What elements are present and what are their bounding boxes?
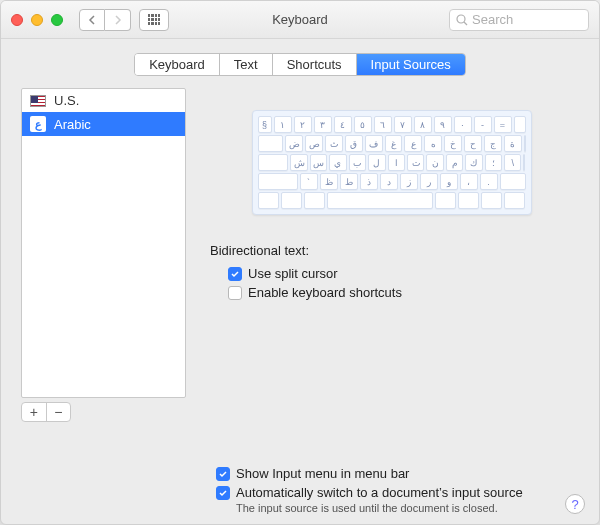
tab-input-sources[interactable]: Input Sources xyxy=(357,54,465,75)
key: ، xyxy=(460,173,478,190)
footer-hint: The input source is used until the docum… xyxy=(236,502,579,514)
key: د xyxy=(380,173,398,190)
key: ب xyxy=(349,154,366,171)
checkbox-label: Show Input menu in menu bar xyxy=(236,466,409,481)
search-placeholder: Search xyxy=(472,12,513,27)
left-column: U.S. ع Arabic + − xyxy=(21,88,186,458)
checkbox-label: Automatically switch to a document’s inp… xyxy=(236,485,523,500)
key xyxy=(514,116,526,133)
key: ه xyxy=(424,135,442,152)
key: ٨ xyxy=(414,116,432,133)
tab-shortcuts[interactable]: Shortcuts xyxy=(273,54,357,75)
source-label: Arabic xyxy=(54,117,91,132)
key: و xyxy=(440,173,458,190)
checkbox-checked[interactable] xyxy=(216,467,230,481)
grid-icon xyxy=(148,14,160,26)
add-remove-control: + − xyxy=(21,402,71,422)
key xyxy=(435,192,456,209)
key: ٢ xyxy=(294,116,312,133)
key: ف xyxy=(365,135,383,152)
key xyxy=(281,192,302,209)
remove-source-button[interactable]: − xyxy=(47,403,71,421)
input-source-list[interactable]: U.S. ع Arabic xyxy=(21,88,186,398)
flag-arabic-icon: ع xyxy=(30,116,46,132)
window-title: Keyboard xyxy=(272,12,328,27)
key xyxy=(327,192,433,209)
key: ظ xyxy=(320,173,338,190)
right-pane: §١٢٣٤٥٦٧٨٩٠-=ضصثقفغعهخحجةشسيبلاتنمك؛\`ظط… xyxy=(204,88,579,458)
minimize-window-button[interactable] xyxy=(31,14,43,26)
key xyxy=(458,192,479,209)
key: ص xyxy=(305,135,323,152)
key: ق xyxy=(345,135,363,152)
main-panel: U.S. ع Arabic + − §١٢٣٤٥٦٧٨٩٠-=ضصثقفغعهخ… xyxy=(21,88,579,458)
auto-switch-row[interactable]: Automatically switch to a document’s inp… xyxy=(216,483,579,502)
window-controls xyxy=(11,14,63,26)
key: ع xyxy=(404,135,422,152)
key: ل xyxy=(368,154,385,171)
content-area: U.S. ع Arabic + − §١٢٣٤٥٦٧٨٩٠-=ضصثقفغعهخ… xyxy=(1,88,599,524)
key xyxy=(304,192,325,209)
zoom-window-button[interactable] xyxy=(51,14,63,26)
search-icon xyxy=(456,14,468,26)
key: ن xyxy=(426,154,443,171)
key: ج xyxy=(484,135,502,152)
list-item[interactable]: U.S. xyxy=(22,89,185,112)
key: ت xyxy=(407,154,424,171)
add-source-button[interactable]: + xyxy=(22,403,47,421)
help-button[interactable]: ? xyxy=(565,494,585,514)
checkbox-checked[interactable] xyxy=(216,486,230,500)
show-all-button[interactable] xyxy=(139,9,169,31)
list-item[interactable]: ع Arabic xyxy=(22,112,185,136)
key: ك xyxy=(465,154,482,171)
bidirectional-text-group: Bidirectional text: Use split cursor Ena… xyxy=(210,243,579,302)
key: . xyxy=(480,173,498,190)
forward-button[interactable] xyxy=(105,9,131,31)
key: - xyxy=(474,116,492,133)
key xyxy=(258,173,298,190)
source-label: U.S. xyxy=(54,93,79,108)
key xyxy=(504,192,525,209)
tab-text[interactable]: Text xyxy=(220,54,273,75)
key xyxy=(258,154,289,171)
key: ي xyxy=(329,154,346,171)
tab-bar: Keyboard Text Shortcuts Input Sources xyxy=(1,39,599,88)
keyboard-row: §١٢٣٤٥٦٧٨٩٠-= xyxy=(258,116,526,133)
back-button[interactable] xyxy=(79,9,105,31)
enable-kbd-shortcuts-row[interactable]: Enable keyboard shortcuts xyxy=(210,283,579,302)
key: ر xyxy=(420,173,438,190)
key xyxy=(258,192,279,209)
key: § xyxy=(258,116,272,133)
key: ؛ xyxy=(485,154,502,171)
key: ض xyxy=(285,135,303,152)
key xyxy=(481,192,502,209)
key: س xyxy=(310,154,327,171)
preferences-window: Keyboard Search Keyboard Text Shortcuts … xyxy=(0,0,600,525)
key xyxy=(523,154,525,171)
key: ا xyxy=(388,154,405,171)
key: ١ xyxy=(274,116,292,133)
search-input[interactable]: Search xyxy=(449,9,589,31)
key: خ xyxy=(444,135,462,152)
titlebar: Keyboard Search xyxy=(1,1,599,39)
checkbox-checked[interactable] xyxy=(228,267,242,281)
checkbox-label: Use split cursor xyxy=(248,266,338,281)
close-window-button[interactable] xyxy=(11,14,23,26)
keyboard-row: ضصثقفغعهخحجة xyxy=(258,135,526,152)
checkbox-unchecked[interactable] xyxy=(228,286,242,300)
key: ٠ xyxy=(454,116,472,133)
use-split-cursor-row[interactable]: Use split cursor xyxy=(210,264,579,283)
key: ث xyxy=(325,135,343,152)
key: ذ xyxy=(360,173,378,190)
key: \ xyxy=(504,154,521,171)
key: ش xyxy=(290,154,307,171)
bidi-title: Bidirectional text: xyxy=(210,243,579,258)
key xyxy=(524,135,526,152)
key: ٥ xyxy=(354,116,372,133)
key xyxy=(500,173,526,190)
keyboard-row xyxy=(258,192,526,209)
show-input-menu-row[interactable]: Show Input menu in menu bar xyxy=(216,464,579,483)
key: ة xyxy=(504,135,522,152)
key: ٩ xyxy=(434,116,452,133)
tab-keyboard[interactable]: Keyboard xyxy=(135,54,220,75)
